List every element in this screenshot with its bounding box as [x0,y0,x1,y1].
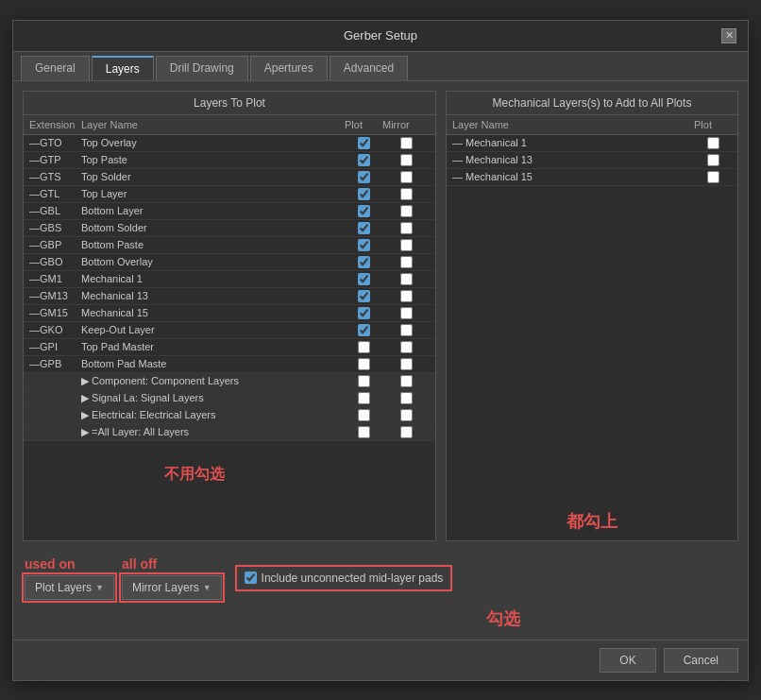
cell-plot[interactable] [345,239,382,251]
mech-plot-checkbox[interactable] [707,171,719,183]
mirror-checkbox[interactable] [400,188,413,200]
group-row[interactable]: ▶ =All Layer: All Layers [24,424,435,441]
mirror-checkbox[interactable] [400,205,413,217]
cell-name: Top Overlay [81,137,345,148]
group-plot-checkbox[interactable] [358,426,370,438]
cell-mech-name: — Mechanical 13 [452,154,694,165]
cell-mirror[interactable] [382,171,430,183]
group-mirror-checkbox[interactable] [400,375,413,387]
cell-ext: —GTL [29,188,81,199]
mirror-checkbox[interactable] [400,256,413,268]
plot-checkbox[interactable] [358,307,370,319]
plot-checkbox[interactable] [358,256,370,268]
group-row[interactable]: ▶ Signal La: Signal Layers [24,390,435,407]
cell-plot[interactable] [345,171,382,183]
plot-layers-button[interactable]: Plot Layers ▼ [25,575,114,600]
cell-group-mirror[interactable] [382,392,430,404]
plot-checkbox[interactable] [358,171,370,183]
tab-layers[interactable]: Layers [92,56,154,80]
cell-plot[interactable] [345,205,382,217]
mirror-checkbox[interactable] [400,307,413,319]
tab-advanced[interactable]: Advanced [330,56,408,80]
cell-group-mirror[interactable] [382,409,430,421]
cell-group-plot[interactable] [345,375,382,387]
cell-mirror[interactable] [382,256,430,268]
tab-apertures[interactable]: Apertures [250,56,328,80]
mirror-checkbox[interactable] [400,137,413,149]
group-plot-checkbox[interactable] [358,409,370,421]
cell-mirror[interactable] [382,341,430,353]
include-unconnected-label[interactable]: Include unconnected mid-layer pads [239,569,449,588]
mirror-layers-button[interactable]: Mirror Layers ▼ [122,575,222,600]
cell-mirror[interactable] [382,307,430,319]
cell-mech-plot[interactable] [694,171,732,183]
plot-checkbox[interactable] [358,290,370,302]
plot-checkbox[interactable] [358,358,370,370]
cell-mirror[interactable] [382,188,430,200]
cell-plot[interactable] [345,290,382,302]
cell-plot[interactable] [345,307,382,319]
cell-mirror[interactable] [382,324,430,336]
group-mirror-checkbox[interactable] [400,392,413,404]
cell-plot[interactable] [345,222,382,234]
cell-plot[interactable] [345,188,382,200]
cell-group-plot[interactable] [345,426,382,438]
mirror-checkbox[interactable] [400,171,413,183]
cell-mirror[interactable] [382,273,430,285]
cell-group-mirror[interactable] [382,375,430,387]
cell-group-mirror[interactable] [382,426,430,438]
plot-checkbox[interactable] [358,222,370,234]
cell-mirror[interactable] [382,290,430,302]
close-button[interactable]: ✕ [721,28,736,43]
mirror-checkbox[interactable] [400,341,413,353]
mech-plot-checkbox[interactable] [707,137,719,149]
group-mirror-checkbox[interactable] [400,409,413,421]
cell-mech-plot[interactable] [694,154,732,166]
cell-plot[interactable] [345,256,382,268]
mirror-checkbox[interactable] [400,154,413,166]
cell-plot[interactable] [345,273,382,285]
plot-checkbox[interactable] [358,341,370,353]
group-row[interactable]: ▶ Component: Component Layers [24,373,435,390]
mirror-checkbox[interactable] [400,290,413,302]
group-plot-checkbox[interactable] [358,375,370,387]
cell-mirror[interactable] [382,222,430,234]
cell-mirror[interactable] [382,239,430,251]
cell-mirror[interactable] [382,358,430,370]
mirror-checkbox[interactable] [400,273,413,285]
plot-checkbox[interactable] [358,188,370,200]
group-row[interactable]: ▶ Electrical: Electrical Layers [24,407,435,424]
mirror-checkbox[interactable] [400,222,413,234]
plot-checkbox[interactable] [358,324,370,336]
cell-plot[interactable] [345,324,382,336]
ok-button[interactable]: OK [600,648,655,673]
cell-mirror[interactable] [382,137,430,149]
cell-group-plot[interactable] [345,392,382,404]
include-unconnected-checkbox[interactable] [245,572,257,584]
plot-checkbox[interactable] [358,154,370,166]
cell-group-plot[interactable] [345,409,382,421]
col-mirror: Mirror [382,119,430,130]
plot-checkbox[interactable] [358,273,370,285]
cell-plot[interactable] [345,341,382,353]
cell-plot[interactable] [345,137,382,149]
mirror-checkbox[interactable] [400,324,413,336]
plot-checkbox[interactable] [358,239,370,251]
cell-plot[interactable] [345,154,382,166]
cell-ext: —GM15 [29,307,81,318]
tab-general[interactable]: General [21,56,90,80]
mirror-layers-arrow: ▼ [203,583,211,592]
cancel-button[interactable]: Cancel [664,648,738,673]
cell-plot[interactable] [345,358,382,370]
cell-mech-plot[interactable] [694,137,732,149]
plot-checkbox[interactable] [358,205,370,217]
mirror-checkbox[interactable] [400,239,413,251]
cell-mirror[interactable] [382,154,430,166]
plot-checkbox[interactable] [358,137,370,149]
group-mirror-checkbox[interactable] [400,426,413,438]
cell-mirror[interactable] [382,205,430,217]
mirror-checkbox[interactable] [400,358,413,370]
tab-drill-drawing[interactable]: Drill Drawing [156,56,248,80]
mech-plot-checkbox[interactable] [707,154,719,166]
group-plot-checkbox[interactable] [358,392,370,404]
